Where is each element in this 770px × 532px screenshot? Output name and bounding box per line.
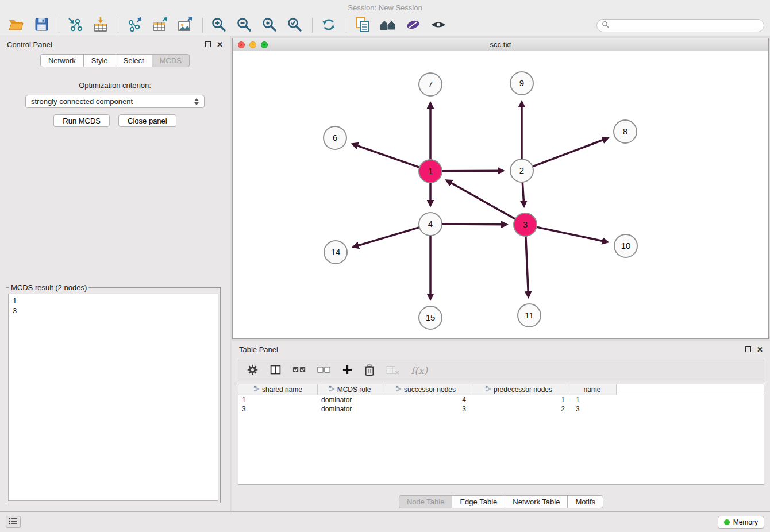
tab-network-table[interactable]: Network Table bbox=[505, 495, 568, 508]
mcds-buttons: Run MCDS Close panel bbox=[0, 114, 230, 127]
node-label-6: 6 bbox=[333, 133, 337, 142]
zoom-fit-button[interactable] bbox=[259, 16, 280, 34]
annotation-icon bbox=[405, 17, 421, 34]
edge-2-8[interactable] bbox=[533, 138, 607, 167]
show-columns-button[interactable] bbox=[270, 364, 282, 377]
import-table-button[interactable] bbox=[90, 16, 111, 34]
float-panel-icon[interactable] bbox=[205, 41, 211, 47]
column-sort-icon bbox=[485, 385, 491, 394]
delete-column-button[interactable] bbox=[364, 364, 375, 378]
save-session-icon bbox=[34, 17, 49, 33]
tab-style[interactable]: Style bbox=[83, 54, 116, 67]
mcds-result-title: MCDS result (2 nodes) bbox=[9, 283, 88, 292]
save-session-button[interactable] bbox=[31, 16, 52, 34]
copy-view-button[interactable] bbox=[352, 16, 373, 34]
close-panel-icon[interactable]: ✕ bbox=[217, 40, 223, 49]
tab-edge-table[interactable]: Edge Table bbox=[452, 495, 505, 508]
export-table-button[interactable] bbox=[149, 16, 170, 34]
open-session-button[interactable] bbox=[6, 16, 26, 34]
cell-shared-name[interactable]: 3 bbox=[238, 404, 318, 414]
network-graph[interactable]: 7968124314101511 bbox=[233, 51, 768, 338]
column-header-name[interactable]: name bbox=[568, 384, 617, 395]
mcds-result-list[interactable]: 1 3 bbox=[8, 294, 218, 501]
tab-node-table[interactable]: Node Table bbox=[399, 495, 453, 508]
toolbar-separator bbox=[59, 18, 59, 33]
delete-table-button[interactable] bbox=[386, 365, 400, 377]
cell-predecessor-nodes[interactable]: 1 bbox=[469, 395, 568, 404]
column-header-predecessor-nodes[interactable]: predecessor nodes bbox=[469, 384, 568, 395]
deselect-all-icon bbox=[317, 366, 331, 375]
function-builder-button[interactable]: f(x) bbox=[411, 365, 428, 376]
table-mode-button[interactable] bbox=[247, 364, 259, 377]
close-window-icon[interactable]: × bbox=[238, 41, 245, 48]
toolbar-separator bbox=[346, 18, 346, 33]
cell-shared-name[interactable]: 1 bbox=[238, 395, 318, 404]
refresh-layout-button[interactable] bbox=[318, 16, 339, 34]
main-toolbar bbox=[0, 15, 770, 36]
first-neighbors-icon bbox=[379, 18, 396, 33]
cell-successor-nodes[interactable]: 3 bbox=[382, 404, 469, 414]
node-label-3: 3 bbox=[523, 219, 528, 229]
edge-1-6[interactable] bbox=[353, 144, 419, 168]
zoom-in-icon bbox=[211, 17, 227, 34]
add-column-icon bbox=[342, 364, 353, 377]
edge-3-11[interactable] bbox=[526, 236, 529, 296]
zoom-selected-button[interactable] bbox=[284, 16, 305, 34]
export-table-icon bbox=[152, 17, 168, 34]
zoom-in-button[interactable] bbox=[209, 16, 229, 34]
export-network-button[interactable] bbox=[124, 16, 145, 34]
column-header-successor-nodes[interactable]: successor nodes bbox=[382, 384, 469, 395]
cell-name[interactable]: 1 bbox=[568, 395, 617, 404]
search-input[interactable] bbox=[612, 21, 759, 29]
import-network-button[interactable] bbox=[65, 16, 86, 34]
tab-mcds[interactable]: MCDS bbox=[152, 54, 190, 67]
close-mcds-panel-button[interactable]: Close panel bbox=[118, 114, 176, 127]
cell-successor-nodes[interactable]: 4 bbox=[382, 395, 469, 404]
annotation-button[interactable] bbox=[403, 16, 424, 34]
pages-icon bbox=[355, 17, 371, 34]
column-header-shared-name[interactable]: shared name bbox=[238, 384, 318, 395]
network-window-titlebar[interactable]: × − + scc.txt bbox=[233, 38, 768, 51]
export-image-button[interactable] bbox=[175, 16, 195, 34]
memory-button[interactable]: Memory bbox=[718, 516, 764, 529]
column-header-mcds-role[interactable]: MCDS role bbox=[318, 384, 382, 395]
edge-4-14[interactable] bbox=[354, 228, 419, 247]
network-window-title: scc.txt bbox=[490, 40, 511, 49]
edge-3-10[interactable] bbox=[537, 227, 607, 242]
table-row[interactable]: 1 dominator 4 1 1 bbox=[238, 395, 764, 404]
tab-select[interactable]: Select bbox=[116, 54, 152, 67]
maximize-window-icon[interactable]: + bbox=[261, 41, 268, 48]
node-label-2: 2 bbox=[519, 165, 524, 175]
tab-network[interactable]: Network bbox=[40, 54, 84, 67]
cell-mcds-role[interactable]: dominator bbox=[318, 404, 382, 414]
tab-motifs[interactable]: Motifs bbox=[567, 495, 603, 508]
edge-1-2[interactable] bbox=[442, 171, 503, 171]
open-session-icon bbox=[8, 18, 24, 33]
edge-2-3[interactable] bbox=[522, 182, 524, 206]
search-box[interactable] bbox=[596, 19, 764, 32]
show-hide-details-button[interactable] bbox=[428, 16, 449, 34]
node-label-7: 7 bbox=[428, 79, 433, 89]
table-row[interactable]: 3 dominator 3 2 3 bbox=[238, 404, 764, 414]
combo-arrows-icon bbox=[194, 98, 199, 105]
cell-name[interactable]: 3 bbox=[568, 404, 617, 414]
minimize-window-icon[interactable]: − bbox=[249, 41, 256, 48]
cell-mcds-role[interactable]: dominator bbox=[318, 395, 382, 404]
select-all-columns-button[interactable] bbox=[292, 366, 306, 375]
edge-4-3[interactable] bbox=[442, 224, 506, 225]
window-title: Session: New Session bbox=[348, 3, 422, 12]
deselect-all-columns-button[interactable] bbox=[317, 366, 331, 375]
optimization-select[interactable]: strongly connected component bbox=[25, 95, 205, 108]
table-panel: Table Panel ✕ bbox=[232, 341, 770, 511]
run-mcds-button[interactable]: Run MCDS bbox=[53, 114, 110, 127]
control-panel-tabs: Network Style Select MCDS bbox=[0, 54, 230, 67]
list-icon bbox=[9, 518, 18, 526]
create-column-button[interactable] bbox=[342, 364, 353, 377]
float-table-panel-icon[interactable] bbox=[745, 346, 751, 352]
zoom-out-button[interactable] bbox=[234, 16, 255, 34]
cell-predecessor-nodes[interactable]: 2 bbox=[469, 404, 568, 414]
close-table-panel-icon[interactable]: ✕ bbox=[757, 345, 763, 354]
edge-3-1[interactable] bbox=[447, 180, 515, 219]
first-neighbors-button[interactable] bbox=[378, 16, 398, 34]
task-history-button[interactable] bbox=[6, 516, 21, 528]
